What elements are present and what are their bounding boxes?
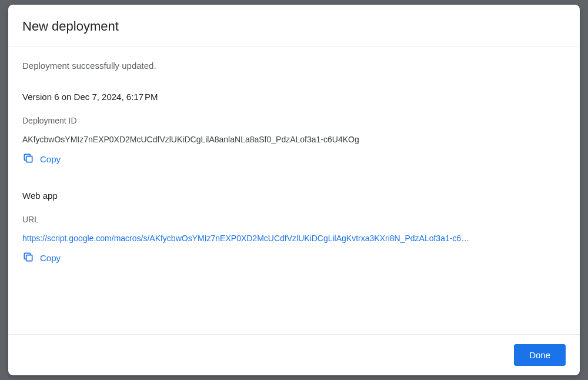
copy-label: Copy [40,154,61,164]
version-heading: Version 6 on Dec 7, 2024, 6:17 PM [22,92,566,102]
modal-body: Deployment successfully updated. Version… [8,46,580,334]
copy-icon [22,152,34,166]
modal-title: New deployment [22,19,566,34]
web-app-heading: Web app [22,191,566,201]
status-message: Deployment successfully updated. [22,61,566,71]
deployment-id-label: Deployment ID [22,116,566,125]
url-label: URL [22,215,566,224]
url-value[interactable]: https://script.google.com/macros/s/AKfyc… [22,234,566,243]
modal-footer: Done [8,334,580,375]
copy-icon [22,251,34,265]
deployment-id-value: AKfycbwOsYMIz7nEXP0XD2McUCdfVzlUKiDCgLil… [22,135,566,144]
modal-header: New deployment [8,5,580,46]
new-deployment-modal: New deployment Deployment successfully u… [8,5,580,375]
copy-label: Copy [40,253,61,263]
copy-deployment-id-button[interactable]: Copy [22,152,61,166]
done-button[interactable]: Done [514,344,566,366]
svg-rect-1 [26,255,32,261]
copy-url-button[interactable]: Copy [22,251,61,265]
svg-rect-0 [26,156,32,162]
